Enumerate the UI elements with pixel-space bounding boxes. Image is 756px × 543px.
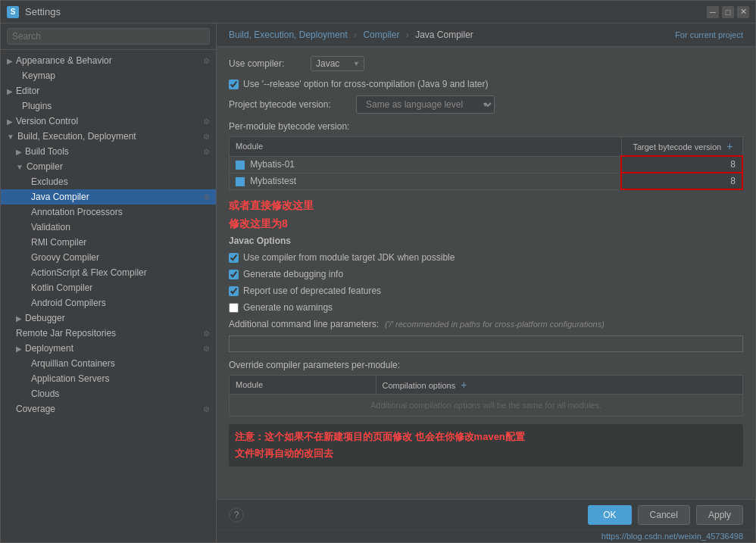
sidebar-item-annotation[interactable]: Annotation Processors: [1, 204, 216, 220]
sidebar-item-label: Plugins: [22, 101, 52, 111]
use-compiler-label: Use compiler:: [229, 58, 305, 69]
javac-checkbox-row-4: Generate no warnings: [229, 302, 743, 313]
sidebar-item-label: Excludes: [31, 176, 68, 187]
javac-checkbox-label-3: Report use of deprecated features: [243, 286, 381, 296]
breadcrumb-part1: Build, Execution, Deployment: [229, 30, 348, 40]
sidebar-item-rmi[interactable]: RMI Compiler: [1, 235, 216, 250]
sidebar-item-keymap[interactable]: Keymap: [1, 68, 216, 83]
sidebar-item-coverage[interactable]: Coverage ⚙: [1, 401, 216, 417]
annotation-text-2: 修改这里为8: [229, 217, 288, 229]
table-row: Mybatis-01 8: [230, 156, 743, 173]
close-button[interactable]: ✕: [737, 6, 749, 18]
breadcrumb-current: Java Compiler: [415, 30, 473, 40]
sidebar-item-label: Arquillian Containers: [31, 358, 115, 369]
module-name-cell: Mybatis-01: [230, 156, 622, 173]
deprecated-checkbox[interactable]: [229, 286, 239, 296]
sidebar-item-validation[interactable]: Validation: [1, 220, 216, 235]
annotation-text-3: 注意：这个如果不在新建项目的页面修改 也会在你修改maven配置: [235, 430, 737, 444]
breadcrumb-sep2: ›: [406, 30, 409, 40]
sidebar-item-app-servers[interactable]: Application Servers: [1, 371, 216, 386]
add-override-button[interactable]: +: [458, 379, 470, 391]
maximize-button[interactable]: □: [722, 6, 734, 18]
sidebar-item-label: Keymap: [22, 70, 55, 81]
sidebar-item-label: RMI Compiler: [31, 237, 86, 248]
debug-info-checkbox[interactable]: [229, 270, 239, 279]
sidebar-item-label: Editor: [16, 86, 39, 96]
sidebar-item-label: Version Control: [16, 116, 78, 126]
javac-checkbox-label-4: Generate no warnings: [243, 302, 333, 313]
sidebar-item-label: Coverage: [16, 404, 55, 414]
search-input[interactable]: [7, 28, 210, 45]
add-module-button[interactable]: +: [723, 140, 736, 152]
version-table: Module Target bytecode version + Mybatis…: [229, 136, 743, 190]
sidebar-item-excludes[interactable]: Excludes: [1, 174, 216, 189]
version-cell-2[interactable]: 8: [621, 173, 742, 189]
minimize-button[interactable]: ─: [707, 6, 719, 18]
additional-params-hint: ('/' recommended in paths for cross-plat…: [385, 320, 604, 329]
ok-button[interactable]: OK: [588, 505, 631, 525]
app-icon: S: [7, 6, 19, 18]
version-col-header: Target bytecode version +: [621, 137, 742, 157]
javac-checkbox-row-1: Use compiler from module target JDK when…: [229, 252, 743, 263]
project-bytecode-row: Project bytecode version: Same as langua…: [229, 95, 743, 114]
cancel-button[interactable]: Cancel: [638, 505, 690, 525]
sidebar-item-version-control[interactable]: ▶ Version Control ⚙: [1, 114, 216, 129]
sidebar-item-groovy[interactable]: Groovy Compiler: [1, 250, 216, 265]
arrow-icon: ▼: [7, 133, 14, 141]
version-cell-1[interactable]: 8: [621, 156, 742, 173]
annotation-block-1: 或者直接修改这里: [229, 199, 743, 213]
javac-checkbox-label-1: Use compiler from module target JDK when…: [243, 252, 455, 263]
sidebar-item-clouds[interactable]: Clouds: [1, 386, 216, 401]
apply-button[interactable]: Apply: [696, 505, 743, 525]
compiler-dropdown-wrapper: Javac Eclipse: [311, 56, 364, 71]
per-module-label: Per-module bytecode version:: [229, 121, 743, 132]
table-row: Mybatistest 8: [230, 173, 743, 189]
sidebar-item-editor[interactable]: ▶ Editor: [1, 83, 216, 98]
ext-icon: ⚙: [203, 133, 210, 141]
breadcrumb: Build, Execution, Deployment › Compiler …: [229, 30, 473, 40]
sidebar-item-appearance[interactable]: ▶ Appearance & Behavior ⚙: [1, 53, 216, 68]
bytecode-dropdown[interactable]: Same as language level 8 11 17: [356, 95, 495, 114]
ext-icon: ⚙: [203, 345, 210, 353]
sidebar-item-label: Android Compilers: [31, 298, 106, 308]
help-button[interactable]: ?: [229, 507, 244, 523]
sidebar-item-kotlin[interactable]: Kotlin Compiler: [1, 280, 216, 295]
sidebar-item-java-compiler[interactable]: Java Compiler ⚙: [1, 189, 216, 204]
additional-params-input[interactable]: [229, 335, 743, 352]
sidebar-item-label: Annotation Processors: [31, 207, 123, 217]
ext-icon: ⚙: [203, 405, 210, 413]
bottom-annotation-block: 注意：这个如果不在新建项目的页面修改 也会在你修改maven配置 文件时再自动的…: [229, 424, 743, 467]
project-bytecode-label: Project bytecode version:: [229, 99, 350, 110]
arrow-icon: ▶: [16, 345, 22, 353]
sidebar-item-label: Build Tools: [25, 146, 69, 157]
window-title: Settings: [25, 6, 707, 17]
module-icon: [236, 161, 245, 170]
override-label: Override compiler parameters per-module:: [229, 360, 743, 370]
sidebar-item-remote-jar[interactable]: Remote Jar Repositories ⚙: [1, 326, 216, 341]
use-compiler-row: Use compiler: Javac Eclipse: [229, 56, 743, 71]
action-buttons: OK Cancel Apply: [588, 505, 743, 525]
arrow-icon: ▶: [16, 314, 22, 323]
sidebar-item-deployment[interactable]: ▶ Deployment ⚙: [1, 341, 216, 356]
no-warnings-checkbox[interactable]: [229, 303, 239, 313]
compiler-dropdown[interactable]: Javac Eclipse: [311, 56, 364, 71]
sidebar-item-label: Debugger: [25, 313, 65, 323]
for-current-project[interactable]: For current project: [675, 30, 743, 39]
sidebar-item-debugger[interactable]: ▶ Debugger: [1, 311, 216, 326]
sidebar-item-arquillian[interactable]: Arquillian Containers: [1, 356, 216, 371]
sidebar-item-build-tools[interactable]: ▶ Build Tools ⚙: [1, 144, 216, 159]
sidebar-item-label: Kotlin Compiler: [31, 282, 92, 293]
release-checkbox[interactable]: [229, 80, 239, 89]
sidebar-item-label: Appearance & Behavior: [16, 55, 112, 66]
ext-icon: ⚙: [203, 193, 210, 201]
sidebar-item-actionscript[interactable]: ActionScript & Flex Compiler: [1, 265, 216, 280]
arrow-icon: ▶: [16, 148, 22, 156]
use-compiler-checkbox[interactable]: [229, 253, 239, 263]
javac-options-label: Javac Options: [229, 236, 743, 246]
sidebar-item-build-execution[interactable]: ▼ Build, Execution, Deployment ⚙: [1, 129, 216, 144]
annotation-text-4: 文件时再自动的改回去: [235, 447, 737, 460]
sidebar-item-label: Compiler: [27, 161, 63, 172]
sidebar-item-android[interactable]: Android Compilers: [1, 295, 216, 311]
sidebar-item-plugins[interactable]: Plugins: [1, 98, 216, 114]
sidebar-item-compiler[interactable]: ▼ Compiler: [1, 159, 216, 174]
